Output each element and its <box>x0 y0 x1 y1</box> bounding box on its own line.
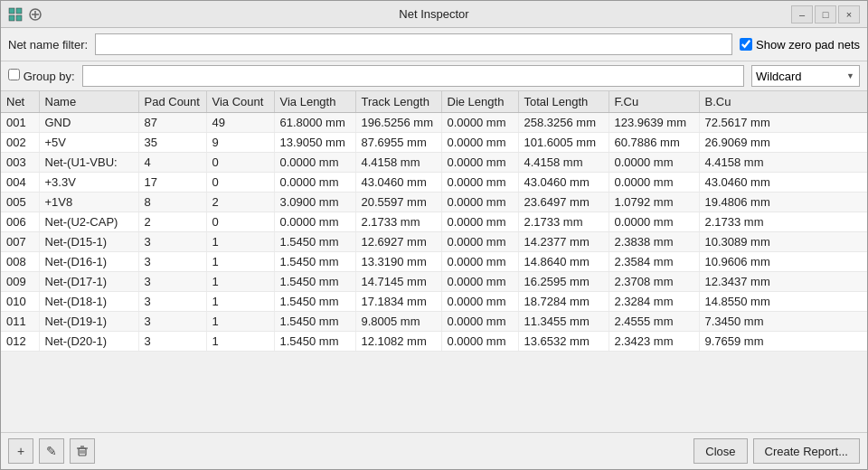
show-zero-pad-label[interactable]: Show zero pad nets <box>740 38 860 52</box>
table-cell: 12.3437 mm <box>699 272 867 292</box>
groupby-checkbox-label[interactable]: Group by: <box>8 69 75 83</box>
table-cell: 0 <box>206 212 274 232</box>
table-cell: 009 <box>1 272 39 292</box>
delete-button[interactable] <box>70 438 95 464</box>
table-cell: 002 <box>1 133 39 153</box>
table-cell: 3 <box>138 312 206 332</box>
table-row[interactable]: 005+1V8823.0900 mm20.5597 mm0.0000 mm23.… <box>1 193 867 212</box>
app-icon <box>8 7 23 22</box>
table-cell: 1.5450 mm <box>274 272 355 292</box>
table-cell: 0.0000 mm <box>441 232 518 252</box>
table-cell: +1V8 <box>39 193 138 212</box>
table-row[interactable]: 001GND874961.8000 mm196.5256 mm0.0000 mm… <box>1 113 867 133</box>
table-cell: 13.6532 mm <box>518 332 609 352</box>
table-cell: 60.7886 mm <box>609 133 699 153</box>
edit-button[interactable]: ✎ <box>39 438 64 464</box>
table-row[interactable]: 006Net-(U2-CAP)200.0000 mm2.1733 mm0.000… <box>1 212 867 232</box>
table-row[interactable]: 011Net-(D19-1)311.5450 mm9.8005 mm0.0000… <box>1 312 867 332</box>
table-cell: 4.4158 mm <box>699 153 867 173</box>
table-cell: 10.9606 mm <box>699 252 867 272</box>
table-cell: 3 <box>138 272 206 292</box>
svg-rect-1 <box>16 8 22 14</box>
table-cell: 1.5450 mm <box>274 312 355 332</box>
net-name-filter-input[interactable] <box>95 33 732 55</box>
col-header-net[interactable]: Net <box>1 91 39 113</box>
table-cell: Net-(D18-1) <box>39 292 138 312</box>
table-cell: 17 <box>138 173 206 193</box>
show-zero-pad-checkbox[interactable] <box>740 38 752 51</box>
add-button[interactable]: + <box>8 438 33 464</box>
net-inspector-window: Net Inspector – □ × Net name filter: Sho… <box>0 0 868 470</box>
col-header-vialength[interactable]: Via Length <box>274 91 355 113</box>
minimize-button[interactable]: – <box>791 5 813 24</box>
col-header-padcount[interactable]: Pad Count <box>138 91 206 113</box>
table-cell: 3 <box>138 252 206 272</box>
table-cell: Net-(D16-1) <box>39 252 138 272</box>
table-cell: 26.9069 mm <box>699 133 867 153</box>
table-cell: 2.1733 mm <box>518 212 609 232</box>
table-cell: 1 <box>206 312 274 332</box>
table-cell: 2 <box>206 193 274 212</box>
window-controls: – □ × <box>791 5 860 24</box>
col-header-dielength[interactable]: Die Length <box>441 91 518 113</box>
table-cell: 0.0000 mm <box>441 153 518 173</box>
table-cell: 17.1834 mm <box>355 292 441 312</box>
create-report-button[interactable]: Create Report... <box>753 438 861 464</box>
col-header-tracklength[interactable]: Track Length <box>355 91 441 113</box>
table-cell: 35 <box>138 133 206 153</box>
table-row[interactable]: 009Net-(D17-1)311.5450 mm14.7145 mm0.000… <box>1 272 867 292</box>
table-cell: 9.8005 mm <box>355 312 441 332</box>
table-cell: 87.6955 mm <box>355 133 441 153</box>
table-row[interactable]: 008Net-(D16-1)311.5450 mm13.3190 mm0.000… <box>1 252 867 272</box>
table-row[interactable]: 007Net-(D15-1)311.5450 mm12.6927 mm0.000… <box>1 232 867 252</box>
col-header-viacount[interactable]: Via Count <box>206 91 274 113</box>
close-button[interactable]: × <box>838 5 860 24</box>
col-header-name[interactable]: Name <box>39 91 138 113</box>
table-cell: 0.0000 mm <box>441 113 518 133</box>
table-row[interactable]: 010Net-(D18-1)311.5450 mm17.1834 mm0.000… <box>1 292 867 312</box>
net-table: Net Name Pad Count Via Count Via Length … <box>1 91 867 352</box>
close-button[interactable]: Close <box>693 438 747 464</box>
wildcard-select[interactable]: Wildcard Regex <box>751 65 860 87</box>
table-cell: Net-(D15-1) <box>39 232 138 252</box>
col-header-bcu[interactable]: B.Cu <box>699 91 867 113</box>
table-row[interactable]: 003Net-(U1-VBU:400.0000 mm4.4158 mm0.000… <box>1 153 867 173</box>
table-row[interactable]: 002+5V35913.9050 mm87.6955 mm0.0000 mm10… <box>1 133 867 153</box>
table-cell: 8 <box>138 193 206 212</box>
table-cell: +3.3V <box>39 173 138 193</box>
table-cell: Net-(D19-1) <box>39 312 138 332</box>
table-cell: 87 <box>138 113 206 133</box>
table-cell: 0.0000 mm <box>441 272 518 292</box>
table-row[interactable]: 012Net-(D20-1)311.5450 mm12.1082 mm0.000… <box>1 332 867 352</box>
table-cell: 005 <box>1 193 39 212</box>
groupby-row: Group by: Wildcard Regex <box>1 61 867 91</box>
groupby-checkbox[interactable] <box>8 69 20 80</box>
table-cell: 19.4806 mm <box>699 193 867 212</box>
groupby-input[interactable] <box>82 65 744 87</box>
maximize-button[interactable]: □ <box>815 5 836 24</box>
table-cell: 1 <box>206 272 274 292</box>
table-cell: 2.3584 mm <box>609 252 699 272</box>
table-cell: 0.0000 mm <box>441 292 518 312</box>
svg-rect-2 <box>9 15 14 21</box>
table-cell: 43.0460 mm <box>355 173 441 193</box>
table-cell: 0.0000 mm <box>441 332 518 352</box>
table-cell: 3.0900 mm <box>274 193 355 212</box>
table-cell: 10.3089 mm <box>699 232 867 252</box>
table-cell: 0.0000 mm <box>609 212 699 232</box>
secondary-icon <box>28 7 42 22</box>
table-cell: Net-(D20-1) <box>39 332 138 352</box>
table-cell: 4 <box>138 153 206 173</box>
table-cell: 1 <box>206 332 274 352</box>
col-header-totallength[interactable]: Total Length <box>518 91 609 113</box>
table-cell: Net-(U1-VBU: <box>39 153 138 173</box>
table-cell: 20.5597 mm <box>355 193 441 212</box>
net-table-container[interactable]: Net Name Pad Count Via Count Via Length … <box>1 91 867 432</box>
table-row[interactable]: 004+3.3V1700.0000 mm43.0460 mm0.0000 mm4… <box>1 173 867 193</box>
table-cell: 2.3838 mm <box>609 232 699 252</box>
table-cell: 0.0000 mm <box>441 252 518 272</box>
table-cell: 101.6005 mm <box>518 133 609 153</box>
table-cell: 18.7284 mm <box>518 292 609 312</box>
table-cell: 72.5617 mm <box>699 113 867 133</box>
col-header-fcu[interactable]: F.Cu <box>609 91 699 113</box>
